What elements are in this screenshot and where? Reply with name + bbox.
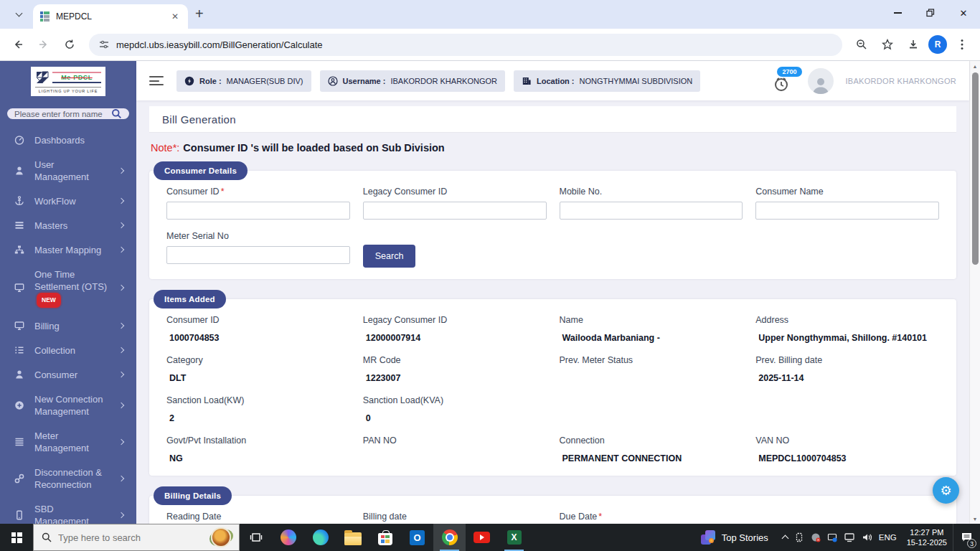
outlook-button[interactable]: O xyxy=(401,524,433,551)
search-button-cell: Search xyxy=(363,231,547,268)
bookmark-button[interactable] xyxy=(877,34,898,55)
window-restore-button[interactable] xyxy=(914,0,947,26)
sidebar-item-sbd-management[interactable]: SBD Management xyxy=(0,496,136,524)
settings-fab-button[interactable]: ⚙ xyxy=(933,477,959,504)
sidebar-menu: Dashboards User Management WorkFlow Mast… xyxy=(0,125,136,524)
sidebar-item-workflow[interactable]: WorkFlow xyxy=(0,189,136,213)
sidebar-item-label: Consumer xyxy=(34,369,110,381)
sidebar-item-disconnection[interactable]: Disconnection & Reconnection xyxy=(0,460,136,496)
chrome-button[interactable] xyxy=(433,524,466,551)
sidebar-item-label: New Connection Management xyxy=(34,393,110,418)
bars-icon xyxy=(13,220,26,231)
sidebar-search[interactable] xyxy=(7,108,129,119)
workspace: Me-PDCL LIGHTING UP YOUR LIFE Dashboards… xyxy=(0,61,980,524)
excel-icon: X xyxy=(507,530,522,545)
sidebar-item-meter-management[interactable]: Meter Management xyxy=(0,423,136,460)
language-indicator[interactable]: ENG xyxy=(879,533,897,542)
url-bar[interactable]: mepdcl.ubs.ieasybill.com/BillGeneration/… xyxy=(89,34,842,56)
taskbar-clock[interactable]: 12:27 PM 15-12-2025 xyxy=(901,527,953,548)
billing-date-field: Billing date xyxy=(363,512,547,524)
sidebar-item-consumer[interactable]: Consumer xyxy=(0,362,136,387)
downloads-button[interactable] xyxy=(903,34,924,55)
restore-icon xyxy=(926,9,935,17)
sidebar-item-label: Billing xyxy=(34,320,110,332)
browser-menu-button[interactable] xyxy=(951,34,973,55)
meter-serial-input[interactable] xyxy=(166,246,350,264)
monitor-icon xyxy=(13,282,26,293)
news-widget[interactable]: Top Stories xyxy=(691,524,778,551)
session-timer[interactable]: 2700 xyxy=(773,76,789,92)
username-badge: Username :IBAKORDOR KHARKONGOR xyxy=(320,70,505,92)
window-minimize-button[interactable] xyxy=(881,0,914,26)
speaker-icon[interactable] xyxy=(862,532,872,542)
mobile-no-input[interactable] xyxy=(560,202,743,220)
tray-audio-muted-icon[interactable] xyxy=(811,532,821,542)
youtube-button[interactable] xyxy=(466,524,498,551)
sidebar-item-label: Masters xyxy=(34,220,110,232)
hamburger-menu-button[interactable] xyxy=(149,76,164,85)
items-field-category: CategoryDLT xyxy=(166,355,350,384)
copilot-button[interactable] xyxy=(272,524,304,551)
search-button[interactable]: Search xyxy=(363,245,416,268)
back-button[interactable] xyxy=(7,34,29,55)
plus-circle-icon xyxy=(13,400,26,411)
gauge-icon xyxy=(13,134,26,146)
scroll-down-arrow[interactable]: ▼ xyxy=(970,514,980,524)
window-close-button[interactable]: ✕ xyxy=(947,0,980,26)
page-content: Bill Generation Note*:Consumer ID 's wil… xyxy=(136,100,969,524)
items-field-connection: ConnectionPERMANENT CONNECTION xyxy=(560,435,743,464)
sidebar-item-billing[interactable]: Billing xyxy=(0,314,136,338)
profile-name[interactable]: IBAKORDOR KHARKONGOR xyxy=(845,77,956,85)
taskbar-search-input[interactable] xyxy=(58,532,204,543)
tray-expand-button[interactable] xyxy=(781,535,788,542)
items-field-pan-no: PAN NO xyxy=(363,435,547,464)
legacy-consumer-id-input[interactable] xyxy=(363,202,547,220)
start-button[interactable] xyxy=(0,524,33,551)
action-center-button[interactable]: 3 xyxy=(953,524,980,551)
taskbar-search[interactable] xyxy=(33,524,240,551)
user-avatar[interactable] xyxy=(808,68,834,94)
sidebar-item-collection[interactable]: Collection xyxy=(0,338,136,362)
items-field-address: AddressUpper Nongthymmai, Shillong. #140… xyxy=(755,315,939,344)
task-view-button[interactable] xyxy=(240,524,272,551)
vertical-scrollbar[interactable]: ▲ ▼ xyxy=(969,61,980,524)
tab-search-chevron-button[interactable] xyxy=(9,4,29,24)
sidebar-item-label: Master Mapping xyxy=(34,244,110,256)
billing-details-card: Billing Details Reading Date Billing dat… xyxy=(149,496,956,524)
consumer-name-input[interactable] xyxy=(755,202,939,220)
anchor-icon xyxy=(13,195,26,207)
zoom-out-button[interactable] xyxy=(851,34,872,55)
sidebar-item-masters[interactable]: Masters xyxy=(0,213,136,237)
sidebar-item-new-connection[interactable]: New Connection Management xyxy=(0,387,136,423)
scroll-up-arrow[interactable]: ▲ xyxy=(970,61,980,71)
file-explorer-button[interactable] xyxy=(336,524,369,551)
sidebar-search-input[interactable] xyxy=(14,110,107,118)
sidebar-item-dashboards[interactable]: Dashboards xyxy=(0,128,136,152)
browser-profile-button[interactable]: R xyxy=(928,35,947,54)
sidebar-item-user-management[interactable]: User Management xyxy=(0,152,136,189)
chrome-icon xyxy=(442,529,458,545)
browser-tab-active[interactable]: MEPDCL ✕ xyxy=(33,4,188,29)
new-tab-button[interactable]: + xyxy=(195,3,204,22)
excel-button[interactable]: X xyxy=(498,524,530,551)
sidebar-item-label: Meter Management xyxy=(34,430,110,454)
taskbar: O X Top Stories ENG 12:27 PM 15-12-2025 xyxy=(0,524,980,551)
edge-icon xyxy=(313,529,329,545)
consumer-details-card: Consumer Details Consumer ID* Legacy Con… xyxy=(149,171,956,279)
chevron-right-icon xyxy=(118,372,124,377)
consumer-name-field: Consumer Name xyxy=(755,187,939,220)
sidebar-item-ots[interactable]: One Time Settlement (OTS) NEW xyxy=(0,262,136,314)
microsoft-store-button[interactable] xyxy=(369,524,401,551)
scrollbar-thumb[interactable] xyxy=(972,72,979,265)
network-icon[interactable] xyxy=(844,532,855,542)
edge-button[interactable] xyxy=(304,524,336,551)
reload-button[interactable] xyxy=(59,34,80,55)
forward-button[interactable] xyxy=(33,34,55,55)
tray-phone-icon[interactable] xyxy=(794,532,804,542)
tab-close-button[interactable]: ✕ xyxy=(169,11,181,22)
sidebar-item-master-mapping[interactable]: Master Mapping xyxy=(0,237,136,262)
username-label: Username : xyxy=(343,77,386,85)
consumer-id-input[interactable] xyxy=(166,202,350,220)
window-controls: ✕ xyxy=(881,0,980,26)
tray-update-icon[interactable] xyxy=(827,532,837,542)
